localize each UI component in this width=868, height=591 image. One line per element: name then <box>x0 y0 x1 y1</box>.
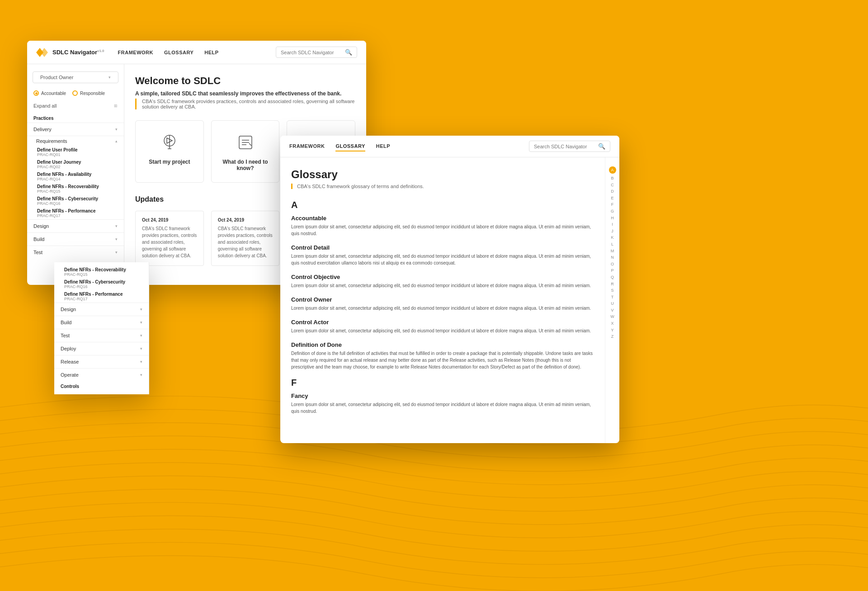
glossary-nav-glossary[interactable]: GLOSSARY <box>335 142 365 151</box>
index-letter-v[interactable]: V <box>611 307 613 313</box>
glossary-subtitle: CBA's SDLC framework glossary of terms a… <box>291 184 594 189</box>
sidebar-partial-bottom: Define NFRs - Recoverability PRAC-RQ15 D… <box>54 262 149 394</box>
logo-text: SDLC Navigatorv1.0 <box>52 49 104 56</box>
sidebar-group-build: Build ▾ <box>27 232 124 246</box>
sidebar-partial-rq16[interactable]: Define NFRs - Cybersecurity PRAC-RQ16 <box>54 278 149 290</box>
index-letter-b[interactable]: B <box>611 175 613 181</box>
index-letter-m[interactable]: M <box>611 248 614 254</box>
index-letter-e[interactable]: E <box>611 195 613 201</box>
term-fancy: Fancy Lorem ipsum dolor sit amet, consec… <box>291 392 594 415</box>
design-header[interactable]: Design ▾ <box>27 220 124 232</box>
index-letter-d[interactable]: D <box>611 189 614 194</box>
requirements-header[interactable]: Requirements ▴ <box>27 136 124 146</box>
sidebar-item-rq17[interactable]: Define NFRs - Performance PRAC-RQ17 <box>27 207 124 219</box>
index-letter-o[interactable]: O <box>611 261 614 267</box>
glossary-nav-framework[interactable]: FRAMEWORK <box>289 142 325 151</box>
index-letter-g[interactable]: G <box>611 208 614 214</box>
index-letter-h[interactable]: H <box>611 215 614 221</box>
term-control-actor: Control Actor Lorem ipsum dolor sit amet… <box>291 319 594 334</box>
update-card-1: Oct 24, 2019 CBA's SDLC framework provid… <box>135 211 204 266</box>
partial-design-header[interactable]: Design ▾ <box>54 303 149 316</box>
item-rq14-title: Define NFRs - Availability <box>37 172 118 177</box>
sidebar-partial-rq15[interactable]: Define NFRs - Recoverability PRAC-RQ15 <box>54 266 149 278</box>
index-letter-w[interactable]: W <box>610 314 614 320</box>
index-letter-i[interactable]: I <box>612 222 613 227</box>
term-control-objective-title: Control Objective <box>291 274 594 280</box>
index-letter-c[interactable]: C <box>611 182 614 188</box>
index-letter-s[interactable]: S <box>611 288 613 293</box>
nav-framework[interactable]: FRAMEWORK <box>118 48 153 57</box>
test-header[interactable]: Test ▾ <box>27 246 124 259</box>
index-letter-f[interactable]: F <box>611 202 614 208</box>
sidebar-item-rq16[interactable]: Define NFRs - Cybersecurity PRAC-RQ16 <box>27 195 124 207</box>
glossary-section-a: A <box>291 200 594 210</box>
sidebar-group-test: Test ▾ <box>27 246 124 259</box>
partial-test-header[interactable]: Test ▾ <box>54 329 149 342</box>
partial-design-chevron: ▾ <box>140 307 142 312</box>
nav-glossary[interactable]: GLOSSARY <box>164 48 193 57</box>
index-letter-k[interactable]: K <box>611 235 613 241</box>
item-rq15-code: PRAC-RQ15 <box>37 189 118 194</box>
accountable-label: Accountable <box>41 91 66 96</box>
item-rq01-title: Define User Profile <box>37 147 118 152</box>
term-control-owner: Control Owner Lorem ipsum dolor sit amet… <box>291 296 594 312</box>
update-1-text: CBA's SDLC framework provides practices,… <box>142 225 197 259</box>
sidebar-item-rq02[interactable]: Define User Journey PRAC-RQ02 <box>27 158 124 170</box>
what-to-know-icon <box>235 132 256 153</box>
requirements-chevron: ▴ <box>115 139 118 143</box>
sidebar-item-rq14[interactable]: Define NFRs - Availability PRAC-RQ14 <box>27 170 124 183</box>
responsible-radio-dot <box>72 90 78 96</box>
glossary-nav-help[interactable]: HELP <box>376 142 390 151</box>
index-letter-y[interactable]: Y <box>611 327 613 333</box>
sidebar-group-delivery: Delivery ▾ <box>27 123 124 136</box>
index-letter-t[interactable]: T <box>611 294 614 300</box>
build-header[interactable]: Build ▾ <box>27 233 124 246</box>
partial-deploy-header[interactable]: Deploy ▾ <box>54 342 149 355</box>
search-area[interactable]: 🔍 <box>276 47 357 58</box>
partial-release-chevron: ▾ <box>140 359 142 364</box>
index-letter-x[interactable]: X <box>611 321 613 326</box>
responsible-radio[interactable]: Responsible <box>72 90 105 96</box>
item-rq16-title: Define NFRs - Cybersecurity <box>37 196 118 201</box>
partial-release-header[interactable]: Release ▾ <box>54 355 149 368</box>
welcome-title: Welcome to SDLC <box>135 75 355 87</box>
sidebar-item-rq01[interactable]: Define User Profile PRAC-RQ01 <box>27 146 124 158</box>
index-letter-r[interactable]: R <box>611 281 614 287</box>
product-owner-dropdown[interactable]: Product Owner ▾ <box>33 71 118 83</box>
design-chevron: ▾ <box>115 224 118 228</box>
index-letter-l[interactable]: L <box>611 241 613 247</box>
sidebar-item-rq15[interactable]: Define NFRs - Recoverability PRAC-RQ15 <box>27 183 124 195</box>
index-letter-a[interactable]: A <box>609 166 616 174</box>
glossary-index: A B C D E F G H I J K L M N O P Q R S T <box>605 157 619 443</box>
term-accountable-title: Accountable <box>291 215 594 222</box>
accountable-radio[interactable]: Accountable <box>33 90 66 96</box>
expand-all-row[interactable]: Expand all ⊞ <box>27 100 124 113</box>
main-nav: FRAMEWORK GLOSSARY HELP <box>118 48 276 57</box>
index-letter-z[interactable]: Z <box>611 334 614 340</box>
nav-help[interactable]: HELP <box>204 48 218 57</box>
welcome-subtitle: A simple, tailored SDLC that seamlessly … <box>135 90 355 97</box>
index-letter-j[interactable]: J <box>611 228 613 234</box>
index-letter-n[interactable]: N <box>611 255 614 260</box>
sidebar-partial-release: Release ▾ <box>54 355 149 368</box>
index-letter-p[interactable]: P <box>611 268 613 274</box>
search-input[interactable] <box>281 50 341 55</box>
glossary-content: Glossary CBA's SDLC framework glossary o… <box>280 157 605 443</box>
index-letter-q[interactable]: Q <box>611 274 614 280</box>
search-icon: 🔍 <box>345 49 352 56</box>
delivery-header[interactable]: Delivery ▾ <box>27 123 124 136</box>
index-letter-u[interactable]: U <box>611 301 614 307</box>
sidebar-partial-rq17[interactable]: Define NFRs - Performance PRAC-RQ17 <box>54 290 149 303</box>
partial-operate-header[interactable]: Operate ▾ <box>54 369 149 381</box>
what-to-know-card[interactable]: What do I need to know? <box>211 120 280 183</box>
glossary-search-input[interactable] <box>534 144 594 149</box>
term-definition-of-done-title: Definition of Done <box>291 341 594 348</box>
glossary-body: Glossary CBA's SDLC framework glossary o… <box>280 157 619 443</box>
logo-icon <box>36 48 49 57</box>
partial-build-header[interactable]: Build ▾ <box>54 316 149 329</box>
glossary-search-area[interactable]: 🔍 <box>529 141 610 152</box>
term-fancy-title: Fancy <box>291 392 594 399</box>
start-project-card[interactable]: Start my project <box>135 120 204 183</box>
partial-design-label: Design <box>61 307 76 312</box>
term-fancy-def: Lorem ipsum dolor sit amet, consectetur … <box>291 401 594 415</box>
